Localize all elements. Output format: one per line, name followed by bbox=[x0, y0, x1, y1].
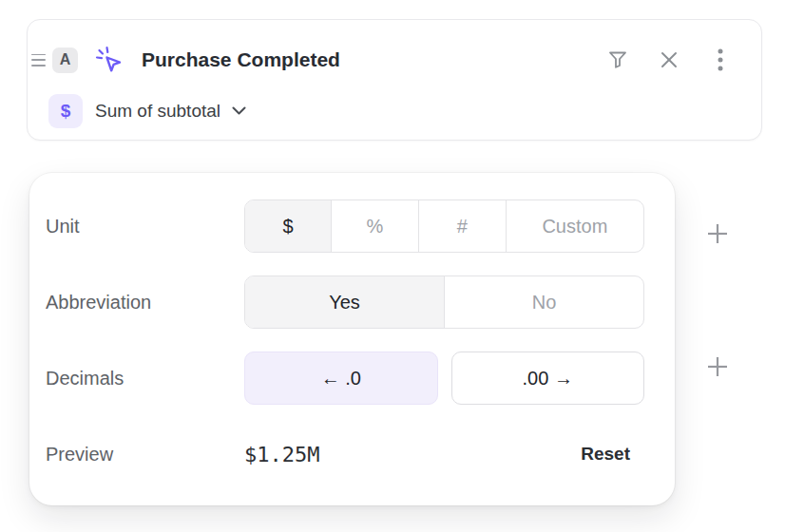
unit-row: Unit $ % # Custom bbox=[46, 200, 644, 253]
metric-row: $ Sum of subtotal bbox=[48, 94, 246, 128]
decimals-label: Decimals bbox=[46, 368, 244, 390]
event-card-actions bbox=[603, 45, 735, 75]
unit-option-dollar[interactable]: $ bbox=[245, 200, 331, 252]
preview-value: $1.25M bbox=[244, 443, 319, 466]
unit-label: Unit bbox=[46, 216, 244, 238]
more-options-button[interactable] bbox=[706, 46, 735, 74]
number-format-panel: Unit $ % # Custom Abbreviation Yes No De… bbox=[29, 173, 675, 505]
abbreviation-row: Abbreviation Yes No bbox=[46, 276, 644, 329]
dollar-metric-icon: $ bbox=[48, 94, 83, 128]
decimals-buttons: ← .0 .00 → bbox=[244, 352, 644, 405]
decrease-decimals-button[interactable]: ← .0 bbox=[244, 352, 438, 405]
metric-selector[interactable]: Sum of subtotal bbox=[95, 101, 246, 122]
funnel-icon bbox=[606, 48, 629, 71]
event-letter-badge: A bbox=[52, 48, 78, 73]
preview-label: Preview bbox=[46, 444, 244, 466]
plus-icon bbox=[706, 222, 729, 245]
unit-segmented-control: $ % # Custom bbox=[244, 200, 644, 253]
reset-button[interactable]: Reset bbox=[581, 444, 630, 465]
abbreviation-option-yes[interactable]: Yes bbox=[245, 276, 444, 328]
close-button[interactable] bbox=[655, 46, 683, 74]
drag-handle-icon[interactable] bbox=[31, 54, 46, 66]
unit-option-percent[interactable]: % bbox=[331, 200, 418, 252]
abbreviation-segmented-control: Yes No bbox=[244, 276, 644, 329]
kebab-menu-icon bbox=[717, 48, 724, 72]
chevron-down-icon bbox=[232, 106, 246, 116]
metric-label: Sum of subtotal bbox=[95, 101, 220, 122]
increase-decimals-button[interactable]: .00 → bbox=[451, 352, 645, 405]
unit-option-custom[interactable]: Custom bbox=[506, 200, 643, 252]
unit-option-number[interactable]: # bbox=[418, 200, 506, 252]
event-card: A Purchase Completed bbox=[27, 19, 762, 141]
add-metric-button-bottom[interactable] bbox=[706, 355, 729, 378]
preview-row: Preview $1.25M Reset bbox=[46, 428, 644, 481]
decimals-row: Decimals ← .0 .00 → bbox=[46, 352, 644, 405]
abbreviation-option-no[interactable]: No bbox=[444, 276, 643, 328]
add-metric-button-top[interactable] bbox=[706, 222, 729, 245]
event-title: Purchase Completed bbox=[142, 48, 340, 71]
click-cursor-icon bbox=[94, 45, 124, 75]
plus-icon bbox=[706, 355, 729, 378]
abbreviation-label: Abbreviation bbox=[46, 292, 244, 314]
close-icon bbox=[659, 49, 680, 70]
filter-button[interactable] bbox=[603, 46, 632, 74]
